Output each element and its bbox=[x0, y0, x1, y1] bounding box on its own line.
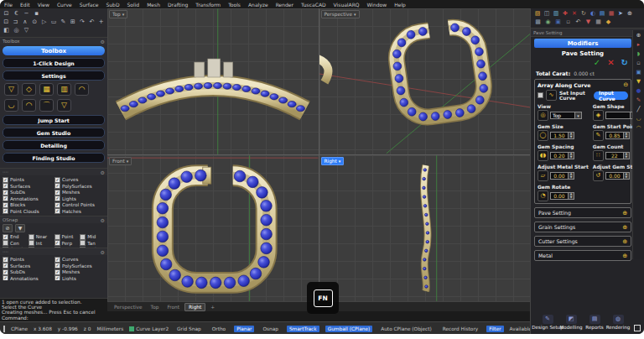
number-input[interactable]: 0.85▲▼ bbox=[605, 132, 630, 139]
viewport-tab-perspective[interactable]: Perspective bbox=[111, 304, 146, 310]
tool-icon[interactable]: ↷ bbox=[79, 18, 86, 25]
checkbox[interactable]: ✓ bbox=[3, 234, 8, 240]
tool-icon[interactable]: ⊙ bbox=[31, 18, 38, 25]
menu-item-render[interactable]: Render bbox=[276, 2, 293, 8]
tool-icon[interactable]: ◆ bbox=[605, 18, 612, 25]
checkbox[interactable]: ✓ bbox=[55, 177, 60, 183]
checkbox[interactable]: ✓ bbox=[3, 275, 8, 280]
spin-down-icon[interactable]: ▼ bbox=[569, 196, 574, 200]
tool-icon[interactable]: ⊡ bbox=[3, 18, 9, 25]
workflow-tab-reports[interactable]: ▤Reports bbox=[583, 315, 606, 330]
viewport-right[interactable]: Right▾ bbox=[319, 155, 531, 301]
status-toggle-smarttrack[interactable]: SmartTrack bbox=[287, 326, 319, 332]
viewport-tab-+[interactable]: + bbox=[207, 304, 218, 310]
tool-icon[interactable]: ✕ bbox=[571, 10, 578, 17]
checkbox[interactable] bbox=[80, 234, 86, 240]
tool-icon[interactable]: ▫ bbox=[564, 18, 572, 25]
checkbox[interactable] bbox=[29, 234, 34, 240]
cancel-x-icon[interactable]: ✕ bbox=[607, 59, 614, 67]
workflow-tab-rendering[interactable]: ◍Rendering bbox=[606, 315, 630, 330]
status-toggle-record-history[interactable]: Record History bbox=[440, 326, 481, 332]
tool-icon[interactable]: ◧ bbox=[3, 27, 10, 34]
tool-icon[interactable]: ↻ bbox=[580, 10, 587, 17]
status-toggle-filter[interactable]: Filter bbox=[486, 326, 503, 332]
number-input[interactable]: 0.00▲▼ bbox=[550, 172, 574, 180]
status-toggle-grid-snap[interactable]: Grid Snap bbox=[174, 326, 204, 332]
apply-check-icon[interactable]: ✓ bbox=[594, 59, 600, 67]
spin-down-icon[interactable]: ▼ bbox=[624, 136, 629, 139]
viewport-perspective-label[interactable]: Perspective▾ bbox=[321, 10, 360, 18]
tool-icon[interactable]: ↶ bbox=[574, 18, 582, 25]
number-input[interactable]: 0.00▲▼ bbox=[550, 192, 574, 200]
edge-tool-icon[interactable]: ▣ bbox=[636, 70, 641, 76]
menu-item-surface[interactable]: Surface bbox=[80, 2, 99, 8]
tool-icon[interactable]: ⊕ bbox=[626, 10, 633, 17]
viewport-top[interactable]: Top▾ bbox=[107, 8, 319, 154]
command-history[interactable]: 1 open curve added to selection.Select t… bbox=[0, 298, 107, 321]
spinner-buttons[interactable]: ▲▼ bbox=[569, 152, 574, 159]
tool-icon[interactable]: € bbox=[13, 10, 20, 17]
collapse-icon[interactable]: ⊖ bbox=[623, 81, 628, 88]
viewport-top-label[interactable]: Top▾ bbox=[109, 10, 127, 18]
checkbox[interactable]: ✓ bbox=[55, 202, 60, 208]
menu-item-tuscacad[interactable]: TuscaCAD bbox=[301, 2, 326, 8]
gear-icon[interactable]: ⚙ bbox=[101, 249, 105, 255]
checkbox[interactable]: ✓ bbox=[55, 269, 60, 275]
dropdown-value[interactable]: Top bbox=[550, 112, 575, 119]
menu-item-help[interactable]: Help bbox=[394, 2, 406, 8]
spin-down-icon[interactable]: ▼ bbox=[569, 136, 574, 139]
jewelry-tool-icon[interactable]: ▽ bbox=[57, 99, 71, 112]
menu-item-curve[interactable]: Curve bbox=[57, 2, 72, 8]
menu-item-mesh[interactable]: Mesh bbox=[147, 2, 160, 8]
checkbox[interactable] bbox=[3, 240, 8, 246]
edge-tool-icon[interactable]: ● bbox=[636, 88, 641, 94]
tool-icon[interactable]: ▪ bbox=[33, 10, 40, 17]
active-layer[interactable]: Curve Layer2 bbox=[129, 326, 169, 331]
number-input[interactable]: 1.50▲▼ bbox=[550, 132, 574, 139]
checkbox[interactable] bbox=[55, 234, 60, 240]
tool-icon[interactable]: ▦ bbox=[595, 18, 602, 25]
edge-tool-icon[interactable]: ◠ bbox=[636, 125, 641, 131]
checkbox[interactable]: ✓ bbox=[3, 208, 8, 214]
tool-icon[interactable]: ∧ bbox=[22, 18, 29, 25]
menu-item-window[interactable]: Window bbox=[367, 2, 387, 8]
number-input[interactable]: 0.00▲▼ bbox=[605, 172, 630, 180]
checkbox[interactable] bbox=[29, 240, 34, 246]
tool-icon[interactable]: ↶ bbox=[88, 18, 95, 25]
status-toggle-gumball-cplane-[interactable]: Gumball (CPlane) bbox=[325, 326, 373, 332]
checkbox[interactable]: ✓ bbox=[55, 275, 60, 280]
number-input[interactable]: 0.20▲▼ bbox=[550, 152, 574, 159]
section-pave-setting[interactable]: Pave Setting⊕ bbox=[534, 207, 631, 218]
spinner-buttons[interactable]: ▲▼ bbox=[569, 132, 574, 139]
tool-icon[interactable]: ▣ bbox=[554, 18, 562, 25]
tool-icon[interactable]: ▤ bbox=[599, 10, 605, 17]
edge-tool-icon[interactable]: ◗ bbox=[637, 51, 640, 57]
checkbox[interactable]: ✓ bbox=[3, 263, 8, 269]
menu-item-tools[interactable]: Tools bbox=[228, 2, 241, 8]
menu-item-analyze[interactable]: Analyze bbox=[248, 2, 268, 8]
jewelry-tool-icon[interactable]: ⌒ bbox=[39, 99, 54, 112]
checkbox[interactable] bbox=[80, 240, 86, 246]
jewelry-tool-icon[interactable]: ◠ bbox=[75, 83, 89, 96]
cplane-label[interactable]: CPlane bbox=[11, 326, 28, 331]
checkbox[interactable]: ✓ bbox=[55, 257, 60, 263]
menu-item-drafting[interactable]: Drafting bbox=[168, 2, 188, 8]
checkbox[interactable]: ✓ bbox=[55, 190, 60, 196]
edge-tool-icon[interactable]: ◡ bbox=[636, 116, 641, 122]
number-value[interactable]: 1.50 bbox=[550, 132, 569, 139]
fullscreen-toggle-icon[interactable] bbox=[634, 325, 641, 331]
menu-item-solid[interactable]: Solid bbox=[127, 2, 140, 8]
status-toggle-planar[interactable]: Planar bbox=[234, 326, 254, 332]
menu-item-view[interactable]: View bbox=[38, 2, 49, 8]
toolbox-button-detailing[interactable]: Detailing bbox=[3, 140, 105, 150]
spinner-buttons[interactable]: ▲▼ bbox=[624, 152, 630, 159]
checkbox[interactable]: ✓ bbox=[3, 190, 8, 196]
tool-icon[interactable]: ◎ bbox=[13, 27, 20, 34]
gear-icon[interactable]: ⚙ bbox=[101, 170, 105, 175]
tool-icon[interactable]: ◉ bbox=[544, 18, 552, 25]
number-value[interactable]: 0.00 bbox=[550, 172, 569, 180]
gear-icon[interactable]: ⚙ bbox=[101, 217, 105, 223]
edge-tool-icon[interactable]: ⊕ bbox=[636, 33, 641, 39]
menu-item-file[interactable]: File bbox=[4, 2, 13, 8]
tool-icon[interactable]: ▨ bbox=[534, 10, 541, 17]
